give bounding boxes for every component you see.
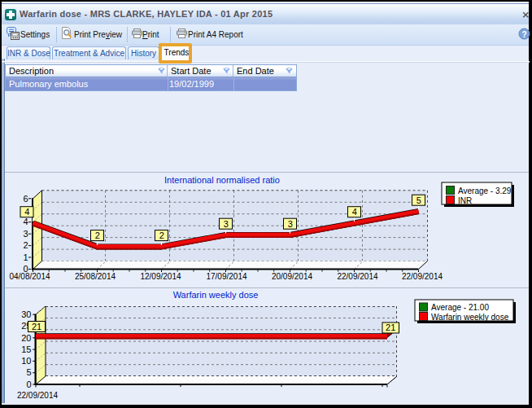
svg-text:4: 4 — [23, 217, 28, 226]
svg-text:?: ? — [521, 30, 526, 39]
svg-text:15: 15 — [21, 344, 31, 354]
svg-text:2: 2 — [95, 230, 100, 240]
svg-text:INR: INR — [458, 196, 472, 205]
svg-text:2: 2 — [159, 230, 164, 240]
svg-text:1: 1 — [23, 252, 28, 262]
svg-text:21: 21 — [386, 322, 395, 332]
svg-text:4: 4 — [24, 207, 29, 217]
svg-text:10: 10 — [21, 356, 31, 366]
svg-text:22/09/2014: 22/09/2014 — [402, 272, 443, 281]
svg-text:5: 5 — [26, 367, 31, 377]
svg-text:6: 6 — [23, 194, 28, 204]
svg-text:04/08/2014: 04/08/2014 — [9, 272, 50, 281]
svg-text:2: 2 — [23, 240, 28, 250]
svg-text:International normalised ratio: International normalised ratio — [164, 175, 280, 185]
svg-text:3: 3 — [224, 219, 229, 229]
svg-text:3: 3 — [23, 229, 28, 239]
svg-text:22/09/2014: 22/09/2014 — [17, 391, 58, 400]
svg-text:5: 5 — [416, 195, 421, 205]
svg-text:20: 20 — [21, 333, 31, 343]
svg-text:Average - 3.29: Average - 3.29 — [458, 186, 512, 195]
svg-text:Average - 21.00: Average - 21.00 — [431, 303, 489, 312]
svg-text:3: 3 — [288, 219, 293, 229]
svg-text:22/09/2014: 22/09/2014 — [337, 272, 377, 281]
svg-text:Warfarin weekly dose: Warfarin weekly dose — [431, 313, 509, 322]
svg-text:0: 0 — [26, 379, 31, 389]
svg-text:17/09/2014: 17/09/2014 — [206, 272, 246, 281]
svg-text:Warfarin weekly dose: Warfarin weekly dose — [173, 290, 259, 300]
svg-text:12/09/2014: 12/09/2014 — [140, 272, 181, 281]
svg-text:25/08/2014: 25/08/2014 — [75, 272, 116, 281]
svg-text:4: 4 — [352, 207, 357, 217]
svg-text:30: 30 — [21, 309, 31, 319]
svg-text:21: 21 — [32, 322, 41, 331]
svg-text:20/09/2014: 20/09/2014 — [272, 272, 312, 281]
